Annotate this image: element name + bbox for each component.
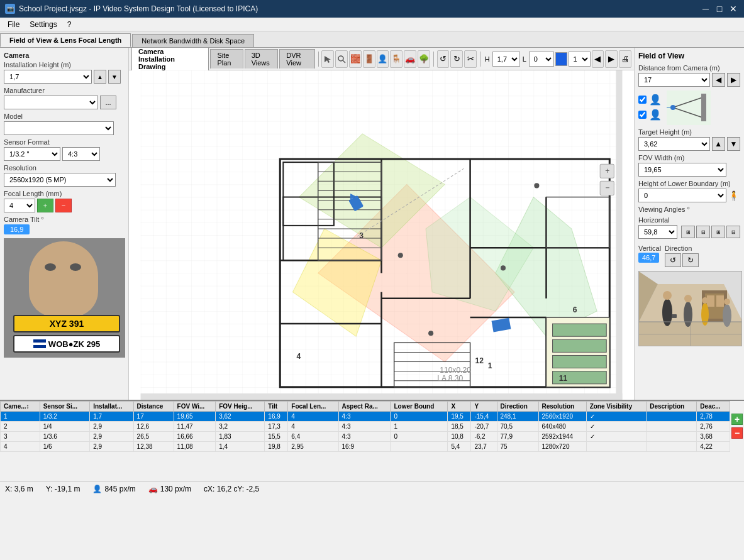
x-coord: X: 3,6 m [5, 485, 33, 493]
tool-person-button[interactable]: 👤 [377, 50, 389, 68]
col-sensor[interactable]: Sensor Si... [40, 402, 90, 412]
tool-car-button[interactable]: 🚗 [404, 50, 416, 68]
tab-site-plan[interactable]: Site Plan [210, 49, 243, 69]
tool-redo-button[interactable]: ↻ [450, 50, 463, 68]
tab-camera-installation[interactable]: Camera Installation Drawing [131, 48, 209, 72]
svg-point-86 [663, 291, 672, 300]
table-row[interactable]: 21/42,912,611,473,217,344:3118,5-20,770,… [1, 422, 730, 432]
manufacturer-browse-button[interactable]: ... [100, 96, 116, 109]
menu-help[interactable]: ? [62, 19, 77, 30]
col-x[interactable]: X [448, 402, 471, 412]
tab-field-of-view[interactable]: Field of View & Lens Focal Length [0, 33, 131, 47]
canvas-area[interactable]: 3 4 1 2 6 11 12 [129, 70, 634, 400]
h-angle-btn1[interactable]: ⊞ [681, 226, 695, 238]
tool-undo-button[interactable]: ↺ [437, 50, 450, 68]
svg-point-89 [701, 303, 709, 326]
tool-furniture-button[interactable]: 🪑 [390, 50, 403, 68]
col-fov-w[interactable]: FOV Wi... [174, 402, 216, 412]
col-desc[interactable]: Description [647, 402, 697, 412]
table-row[interactable]: 31/3.62,926,516,661,8315,56,44:3010,8-6,… [1, 432, 730, 442]
dir-ccw-button[interactable]: ↺ [665, 253, 681, 267]
target-height-combo[interactable]: 3,62 [638, 137, 710, 151]
layer-combo[interactable]: 0 [529, 52, 554, 67]
aspect-ratio-combo[interactable]: 4:3 [62, 147, 100, 161]
h-angle-btn3[interactable]: ⊞ [711, 226, 725, 238]
col-dir[interactable]: Direction [497, 402, 538, 412]
col-zone[interactable]: Zone Visibility [586, 402, 647, 412]
tool-print[interactable]: 🖨 [619, 50, 631, 68]
installation-height-label: Installation Height (m) [4, 61, 125, 69]
col-distance[interactable]: Distance [133, 402, 174, 412]
status-density1: 👤 845 px/m [92, 485, 135, 493]
maximize-button[interactable]: □ [714, 3, 725, 14]
height-combo[interactable]: 1,7 [492, 52, 520, 67]
lower-boundary-combo[interactable]: 0 [638, 189, 726, 202]
person2-checkbox[interactable] [638, 111, 647, 119]
distance-left-button[interactable]: ◀ [712, 73, 725, 87]
h-angle-btn4[interactable]: ⊟ [726, 226, 740, 238]
tool-tree-button[interactable]: 🌳 [418, 50, 430, 68]
resolution-combo[interactable]: 2560x1920 (5 MP) [4, 173, 116, 187]
col-focal[interactable]: Focal Len... [288, 402, 338, 412]
col-install[interactable]: Installat... [90, 402, 133, 412]
tool-page-prev[interactable]: ◀ [592, 50, 604, 68]
col-y[interactable]: Y [471, 402, 497, 412]
table-remove-button[interactable]: − [731, 427, 743, 439]
col-fov-h[interactable]: FOV Heig... [216, 402, 265, 412]
fov-diagram [667, 91, 711, 125]
height-up-button[interactable]: ▲ [94, 70, 106, 84]
left-panel: Camera Installation Height (m) 1,7 ▲ ▼ M… [0, 48, 129, 400]
fov-width-combo[interactable]: 19,65 [638, 163, 726, 177]
model-combo[interactable] [4, 121, 114, 135]
col-res[interactable]: Resolution [538, 402, 586, 412]
distance-right-button[interactable]: ▶ [727, 73, 740, 87]
window-title: School Project.jvsgz - IP Video System D… [19, 4, 258, 13]
dir-cw-button[interactable]: ↻ [682, 253, 699, 267]
tool-wall-button[interactable]: 🧱 [349, 50, 362, 68]
focal-add-button[interactable]: + [37, 199, 53, 212]
focal-remove-button[interactable]: − [55, 199, 72, 212]
height-down-button[interactable]: ▼ [108, 70, 121, 84]
svg-text:6: 6 [573, 305, 577, 314]
focal-length-combo[interactable]: 4 [4, 199, 35, 212]
height-label: H [485, 55, 490, 63]
tab-3d-views[interactable]: 3D Views [245, 49, 279, 69]
camera-3d-preview [638, 271, 742, 346]
tool-select-button[interactable] [321, 50, 334, 68]
tool-door-button[interactable]: 🚪 [363, 50, 375, 68]
svg-rect-75 [701, 94, 706, 121]
sensor-format-combo[interactable]: 1/3.2 " [4, 147, 60, 161]
svg-point-87 [684, 302, 692, 327]
resolution-field: Resolution 2560x1920 (5 MP) [4, 164, 125, 187]
tool-zoom-button[interactable] [335, 50, 348, 68]
distance-combo[interactable]: 17 [638, 73, 710, 87]
minimize-button[interactable]: ─ [700, 3, 711, 14]
person1-checkbox[interactable] [638, 96, 647, 104]
col-lower[interactable]: Lower Bound [391, 402, 448, 412]
menu-settings[interactable]: Settings [25, 19, 62, 30]
color-picker[interactable] [555, 52, 567, 66]
horizontal-combo[interactable]: 59,8 [638, 225, 677, 239]
manufacturer-combo[interactable] [4, 96, 98, 109]
h-angle-btn2[interactable]: ⊟ [696, 226, 710, 238]
col-tilt[interactable]: Tilt [265, 402, 288, 412]
tool-page-next[interactable]: ▶ [605, 50, 618, 68]
page-combo[interactable]: 1 [569, 52, 591, 67]
table-row[interactable]: 11/3.21,71719,653,6216,944:3019,5-15,424… [1, 412, 730, 422]
window-controls: ─ □ ✕ [700, 3, 739, 14]
target-down-button[interactable]: ▼ [727, 137, 740, 151]
target-up-button[interactable]: ▲ [712, 137, 725, 151]
table-row[interactable]: 41/62,912,3811,081,419,82,9516:95,423,77… [1, 442, 730, 452]
installation-height-combo[interactable]: 1,7 [4, 70, 92, 84]
tool-cut-button[interactable]: ✂ [464, 50, 477, 68]
table-add-button[interactable]: + [731, 414, 743, 425]
col-deac[interactable]: Deac... [697, 402, 730, 412]
status-density2: 🚗 130 px/m [148, 485, 191, 493]
tab-dvr-view[interactable]: DVR View [279, 49, 314, 69]
close-button[interactable]: ✕ [728, 3, 739, 14]
car-density-icon: 🚗 [148, 485, 158, 493]
menu-file[interactable]: File [3, 19, 25, 30]
col-camera[interactable]: Came...↕ [1, 402, 40, 412]
tab-network[interactable]: Network Bandwidth & Disk Space [132, 34, 254, 47]
col-aspect[interactable]: Aspect Ra... [338, 402, 391, 412]
